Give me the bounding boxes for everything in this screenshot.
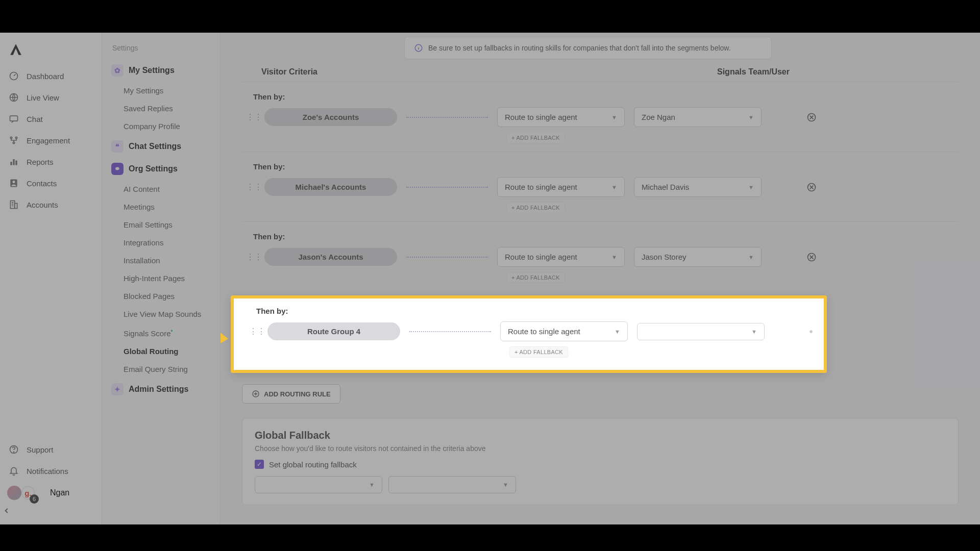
svg-point-3 (10, 137, 12, 138)
nav-liveview[interactable]: Live View (0, 87, 102, 108)
people-icon: ⚭ (111, 163, 124, 175)
info-text: Be sure to set up fallbacks in routing s… (428, 44, 731, 52)
nav-user[interactable]: g. 6 Ngan (0, 482, 102, 504)
criteria-chip[interactable]: Michael's Accounts (264, 178, 397, 196)
criteria-chip[interactable]: Zoe's Accounts (264, 108, 397, 126)
section-my-settings[interactable]: ✿My Settings (102, 59, 220, 82)
add-fallback-button[interactable]: + ADD FALLBACK (506, 132, 565, 143)
nav-chat[interactable]: Chat (0, 108, 102, 130)
routing-rule: Then by: ⋮⋮ Jason's Accounts Route to si… (242, 221, 959, 291)
notification-count-badge: 6 (30, 494, 39, 504)
routing-rule: Then by: ⋮⋮ Zoe's Accounts Route to sing… (242, 82, 959, 152)
criteria-chip[interactable]: Jason's Accounts (264, 248, 397, 266)
fallback-title: Global Fallback (255, 430, 946, 441)
link-meetings[interactable]: Meetings (102, 198, 220, 216)
info-icon (414, 43, 423, 53)
checkbox-label: Set global routing fallback (269, 460, 357, 469)
svg-rect-6 (10, 162, 12, 165)
nav-label: Support (27, 445, 54, 454)
dashboard-icon (8, 70, 19, 82)
nav-support[interactable]: Support (0, 439, 102, 460)
drag-handle-icon[interactable]: ⋮⋮ (249, 327, 258, 336)
section-org-settings[interactable]: ⚭Org Settings (102, 158, 220, 180)
link-high-intent-pages[interactable]: High-Intent Pages (102, 269, 220, 287)
section-label: My Settings (129, 66, 175, 75)
shield-icon: ✦ (111, 383, 124, 395)
fallback-select-2[interactable]: ▼ (388, 476, 516, 493)
avatar (7, 486, 21, 500)
link-saved-replies[interactable]: Saved Replies (102, 99, 220, 117)
section-chat-settings[interactable]: ❝Chat Settings (102, 135, 220, 158)
bell-icon (8, 465, 19, 477)
criteria-chip[interactable]: Route Group 4 (267, 322, 400, 340)
route-type-select[interactable]: Route to single agent▼ (497, 247, 625, 267)
add-fallback-button[interactable]: + ADD FALLBACK (509, 346, 568, 358)
nav-label: Live View (27, 93, 59, 102)
link-blocked-pages[interactable]: Blocked Pages (102, 287, 220, 305)
add-fallback-button[interactable]: + ADD FALLBACK (506, 272, 565, 283)
fallback-select-1[interactable]: ▼ (255, 476, 382, 493)
drag-handle-icon[interactable]: ⋮⋮ (246, 252, 255, 262)
link-installation[interactable]: Installation (102, 252, 220, 269)
svg-point-4 (15, 137, 17, 138)
chevron-down-icon: ▼ (748, 114, 754, 120)
nav-label: Contacts (27, 179, 57, 188)
connector-line (406, 187, 488, 188)
svg-point-10 (13, 181, 15, 183)
route-user-select[interactable]: Michael Davis▼ (634, 177, 762, 197)
add-fallback-button[interactable]: + ADD FALLBACK (506, 202, 565, 213)
nav-engagement[interactable]: Engagement (0, 130, 102, 151)
link-email-query-string[interactable]: Email Query String (102, 360, 220, 378)
add-routing-rule-button[interactable]: ADD ROUTING RULE (242, 384, 340, 404)
connector-line (409, 331, 491, 332)
connector-line (406, 257, 488, 258)
drag-handle-icon[interactable]: ⋮⋮ (246, 182, 255, 192)
link-company-profile[interactable]: Company Profile (102, 117, 220, 135)
sidebar-title: Settings (102, 42, 220, 59)
link-ai-content[interactable]: AI Content (102, 180, 220, 198)
route-type-select[interactable]: Route to single agent▼ (497, 107, 625, 127)
link-integrations[interactable]: Integrations (102, 234, 220, 252)
nav-label: Dashboard (27, 72, 64, 81)
remove-rule-button[interactable] (806, 112, 817, 122)
route-user-select[interactable]: Jason Storey▼ (634, 247, 762, 267)
svg-point-14 (13, 452, 14, 452)
section-admin-settings[interactable]: ✦Admin Settings (102, 378, 220, 400)
connector-line (406, 117, 488, 118)
chevron-down-icon: ▼ (751, 329, 757, 335)
route-type-select[interactable]: Route to single agent▼ (497, 177, 625, 197)
nav-notifications[interactable]: Notifications (0, 460, 102, 482)
routing-rule: Then by: ⋮⋮ Michael's Accounts Route to … (242, 152, 959, 221)
nav-dashboard[interactable]: Dashboard (0, 65, 102, 87)
route-user-select[interactable]: ▼ (637, 323, 765, 340)
select-value: Route to single agent (508, 327, 580, 336)
link-global-routing[interactable]: Global Routing (102, 342, 220, 360)
link-signals-score[interactable]: Signals Score• (102, 323, 220, 342)
select-value: Route to single agent (505, 253, 577, 261)
drag-handle-icon[interactable]: ⋮⋮ (246, 112, 255, 122)
collapse-nav-button[interactable] (0, 504, 102, 517)
nav-contacts[interactable]: Contacts (0, 172, 102, 194)
global-fallback-panel: Global Fallback Choose how you'd like to… (242, 418, 959, 505)
remove-rule-button[interactable] (806, 252, 817, 262)
select-value: Michael Davis (642, 183, 689, 191)
chevron-down-icon: ▼ (611, 254, 617, 260)
then-by-label: Then by: (245, 307, 813, 321)
remove-rule-button[interactable] (810, 327, 813, 337)
svg-rect-7 (13, 159, 14, 165)
nav-accounts[interactable]: Accounts (0, 194, 102, 215)
route-type-select[interactable]: Route to single agent▼ (500, 321, 628, 341)
link-live-view-map-sounds[interactable]: Live View Map Sounds (102, 305, 220, 323)
link-email-settings[interactable]: Email Settings (102, 216, 220, 234)
nav-label: Engagement (27, 136, 70, 145)
route-user-select[interactable]: Zoe Ngan▼ (634, 107, 762, 127)
remove-rule-button[interactable] (806, 182, 817, 192)
main-content: Be sure to set up fallbacks in routing s… (220, 33, 980, 524)
link-my-settings[interactable]: My Settings (102, 82, 220, 99)
nav-reports[interactable]: Reports (0, 151, 102, 172)
col-signals-team: Signals Team/User (568, 67, 939, 77)
fallback-checkbox[interactable]: ✓ (255, 460, 264, 469)
plus-circle-icon (252, 390, 260, 398)
chat-bubble-icon: ❝ (111, 140, 124, 153)
select-value: Jason Storey (642, 253, 687, 261)
